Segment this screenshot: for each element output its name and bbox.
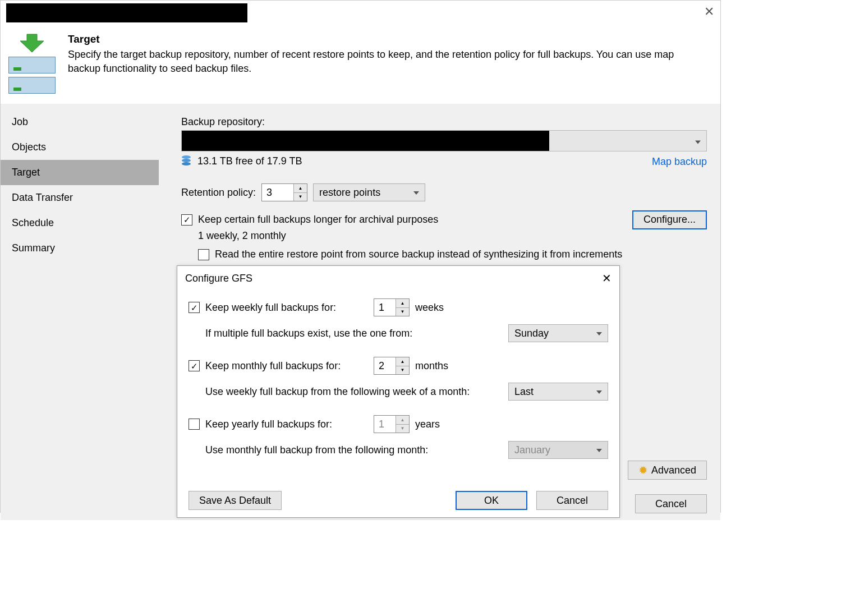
svg-point-0: [182, 155, 191, 159]
save-as-default-label: Save As Default: [199, 495, 271, 507]
sidebar-item-label: Summary: [12, 242, 55, 254]
read-entire-label: Read the entire restore point from sourc…: [215, 249, 622, 260]
weekly-label: Keep weekly full backups for:: [205, 302, 368, 314]
cancel-button-label: Cancel: [557, 495, 588, 507]
sidebar-item-label: Data Transfer: [12, 192, 73, 203]
chevron-down-icon: [596, 329, 602, 337]
spin-buttons[interactable]: ▲▼: [396, 357, 409, 374]
yearly-month-select[interactable]: January: [508, 441, 608, 459]
window-close-button[interactable]: ✕: [698, 1, 720, 23]
monthly-value-input[interactable]: 2 ▲▼: [374, 357, 410, 375]
dialog-titlebar: Configure GFS ✕: [177, 266, 619, 291]
dialog-close-button[interactable]: ✕: [602, 272, 611, 285]
page-title: Target: [68, 33, 685, 45]
close-icon: ✕: [704, 4, 714, 19]
sidebar-item-schedule[interactable]: Schedule: [1, 210, 159, 236]
monthly-label: Keep monthly full backups for:: [205, 360, 368, 372]
yearly-sub-label: Use monthly full backup from the followi…: [205, 444, 428, 456]
chevron-down-icon: [596, 388, 602, 396]
weekly-checkbox[interactable]: ✓: [188, 302, 200, 313]
retention-value: 3: [262, 184, 293, 201]
chevron-down-icon: [695, 135, 701, 147]
monthly-checkbox[interactable]: ✓: [188, 360, 200, 371]
yearly-label: Keep yearly full backups for:: [205, 419, 368, 430]
monthly-sub-label: Use weekly full backup from the followin…: [205, 386, 470, 398]
retention-policy-label: Retention policy:: [181, 187, 256, 199]
chevron-down-icon: [596, 446, 602, 454]
weekly-sub-label: If multiple full backups exist, use the …: [205, 328, 412, 339]
ok-button[interactable]: OK: [456, 491, 527, 510]
repository-redacted: [182, 131, 549, 151]
save-as-default-button[interactable]: Save As Default: [188, 491, 282, 510]
yearly-value: 1: [374, 416, 396, 433]
wizard-steps: Job Objects Target Data Transfer Schedul…: [1, 104, 159, 488]
weekly-value-input[interactable]: 1 ▲▼: [374, 298, 410, 316]
dialog-footer: Save As Default OK Cancel: [177, 484, 619, 517]
read-entire-checkbox[interactable]: [198, 249, 209, 260]
monthly-value: 2: [374, 357, 396, 374]
gfs-monthly-group: ✓ Keep monthly full backups for: 2 ▲▼ mo…: [188, 357, 608, 401]
keep-full-label: Keep certain full backups longer for arc…: [198, 214, 438, 226]
sidebar-item-label: Target: [12, 167, 40, 178]
svg-point-1: [182, 159, 191, 162]
disk-stack-icon: [181, 155, 191, 169]
cancel-button[interactable]: Cancel: [536, 491, 608, 510]
spin-buttons[interactable]: ▲▼: [396, 416, 409, 433]
sidebar-item-summary[interactable]: Summary: [1, 236, 159, 261]
wizard-header: Target Specify the target backup reposit…: [1, 23, 720, 104]
spin-buttons[interactable]: ▲▼: [396, 299, 409, 316]
yearly-month-value: January: [514, 444, 550, 456]
svg-point-2: [182, 162, 191, 166]
weekly-day-select[interactable]: Sunday: [508, 324, 608, 342]
chevron-down-icon: [413, 189, 419, 196]
advanced-button-label: Advanced: [651, 465, 696, 476]
retention-unit-select[interactable]: restore points: [313, 183, 425, 201]
cancel-button[interactable]: Cancel: [635, 494, 707, 513]
page-description: Specify the target backup repository, nu…: [68, 48, 685, 76]
titlebar-redacted: [6, 3, 247, 22]
yearly-unit: years: [415, 419, 440, 430]
sidebar-item-label: Schedule: [12, 217, 54, 228]
dialog-body: ✓ Keep weekly full backups for: 1 ▲▼ wee…: [177, 291, 619, 484]
sidebar-item-target[interactable]: Target: [1, 160, 159, 185]
configure-gfs-dialog: Configure GFS ✕ ✓ Keep weekly full backu…: [177, 265, 620, 518]
monthly-week-select[interactable]: Last: [508, 383, 608, 401]
weekly-day-value: Sunday: [514, 328, 549, 339]
sidebar-item-objects[interactable]: Objects: [1, 135, 159, 160]
sidebar-item-job[interactable]: Job: [1, 109, 159, 135]
map-backup-link[interactable]: Map backup: [652, 156, 707, 168]
ok-button-label: OK: [484, 495, 499, 507]
monthly-week-value: Last: [514, 386, 534, 398]
sidebar-item-label: Job: [12, 116, 28, 127]
weekly-unit: weeks: [415, 302, 444, 314]
sidebar-item-data-transfer[interactable]: Data Transfer: [1, 185, 159, 210]
gear-icon: ✹: [638, 463, 648, 477]
free-space-text: 13.1 TB free of 17.9 TB: [197, 155, 302, 167]
target-icon: [6, 33, 58, 94]
gfs-weekly-group: ✓ Keep weekly full backups for: 1 ▲▼ wee…: [188, 298, 608, 342]
gfs-yearly-group: Keep yearly full backups for: 1 ▲▼ years…: [188, 415, 608, 459]
yearly-value-input[interactable]: 1 ▲▼: [374, 415, 410, 433]
yearly-checkbox[interactable]: [188, 419, 200, 430]
monthly-unit: months: [415, 360, 448, 372]
titlebar: ✕: [1, 1, 720, 23]
spin-buttons[interactable]: ▲▼: [293, 184, 307, 201]
free-space-info: 13.1 TB free of 17.9 TB: [181, 155, 302, 169]
configure-button-label: Configure...: [643, 214, 696, 226]
keep-full-checkbox[interactable]: ✓: [181, 214, 192, 226]
backup-repository-label: Backup repository:: [181, 116, 707, 128]
backup-repository-dropdown[interactable]: [181, 130, 707, 151]
dialog-title: Configure GFS: [185, 273, 252, 284]
configure-button[interactable]: Configure...: [632, 210, 707, 229]
sidebar-item-label: Objects: [12, 141, 46, 153]
advanced-button[interactable]: ✹ Advanced: [628, 461, 707, 480]
keep-full-summary: 1 weekly, 2 monthly: [198, 230, 707, 242]
retention-unit-label: restore points: [319, 187, 380, 199]
weekly-value: 1: [374, 299, 396, 316]
cancel-button-label: Cancel: [655, 498, 687, 510]
retention-value-input[interactable]: 3 ▲▼: [261, 183, 307, 201]
